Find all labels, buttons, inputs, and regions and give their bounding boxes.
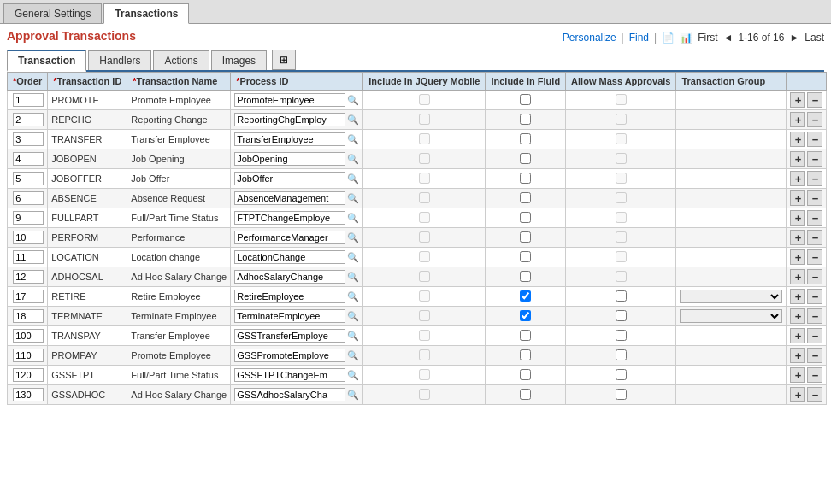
input-procid[interactable] [234, 309, 345, 323]
input-procid[interactable] [234, 231, 345, 244]
input-order[interactable] [13, 172, 44, 185]
search-icon[interactable]: 🔍 [347, 370, 359, 381]
remove-row-button[interactable]: − [807, 249, 822, 265]
search-icon[interactable]: 🔍 [347, 390, 359, 401]
remove-row-button[interactable]: − [807, 308, 822, 324]
input-procid[interactable] [234, 329, 345, 343]
input-procid[interactable] [234, 349, 345, 362]
checkbox-fluid[interactable] [520, 349, 531, 360]
input-order[interactable] [13, 152, 44, 166]
checkbox-mass[interactable] [616, 389, 627, 400]
add-row-button[interactable]: + [790, 190, 805, 206]
input-order[interactable] [13, 250, 44, 264]
input-order[interactable] [13, 309, 44, 323]
remove-row-button[interactable]: − [807, 328, 822, 343]
checkbox-fluid[interactable] [520, 369, 531, 380]
input-procid[interactable] [234, 250, 345, 264]
checkbox-fluid[interactable] [520, 389, 531, 400]
search-icon[interactable]: 🔍 [347, 272, 359, 283]
find-link[interactable]: Find [629, 32, 649, 44]
input-procid[interactable] [234, 172, 345, 185]
checkbox-mass[interactable] [616, 290, 627, 302]
prev-icon[interactable]: ◄ [722, 32, 733, 44]
view-icon[interactable]: 📄 [662, 32, 675, 44]
tab-transactions[interactable]: Transactions [103, 3, 189, 24]
search-icon[interactable]: 🔍 [347, 213, 359, 224]
tab-handlers[interactable]: Handlers [88, 50, 151, 70]
add-row-button[interactable]: + [790, 210, 805, 226]
add-row-button[interactable]: + [790, 151, 805, 167]
input-order[interactable] [13, 231, 44, 244]
remove-row-button[interactable]: − [807, 112, 822, 127]
input-procid[interactable] [234, 270, 345, 284]
checkbox-fluid[interactable] [520, 330, 531, 341]
tab-actions[interactable]: Actions [153, 50, 209, 70]
add-row-button[interactable]: + [790, 171, 805, 186]
input-procid[interactable] [234, 290, 345, 303]
add-row-button[interactable]: + [790, 387, 805, 402]
checkbox-fluid[interactable] [520, 114, 531, 125]
checkbox-fluid[interactable] [520, 94, 531, 105]
input-order[interactable] [13, 132, 44, 146]
input-order[interactable] [13, 191, 44, 205]
checkbox-fluid[interactable] [520, 133, 531, 144]
input-procid[interactable] [234, 368, 345, 382]
checkbox-mass[interactable] [616, 310, 627, 321]
input-order[interactable] [13, 211, 44, 225]
checkbox-fluid[interactable] [520, 231, 531, 243]
add-row-button[interactable]: + [790, 132, 805, 147]
checkbox-fluid[interactable] [520, 212, 531, 223]
tab-icon-grid[interactable]: ⊞ [272, 50, 296, 70]
checkbox-fluid[interactable] [520, 173, 531, 184]
checkbox-mass[interactable] [616, 330, 627, 341]
checkbox-mass[interactable] [616, 369, 627, 380]
remove-row-button[interactable]: − [807, 190, 822, 206]
input-procid[interactable] [234, 388, 345, 401]
input-procid[interactable] [234, 191, 345, 205]
select-group[interactable] [680, 309, 782, 323]
search-icon[interactable]: 🔍 [347, 232, 359, 243]
checkbox-fluid[interactable] [520, 251, 531, 262]
search-icon[interactable]: 🔍 [347, 154, 359, 165]
search-icon[interactable]: 🔍 [347, 291, 359, 302]
last-label[interactable]: Last [804, 32, 824, 44]
remove-row-button[interactable]: − [807, 151, 822, 167]
remove-row-button[interactable]: − [807, 289, 822, 304]
input-order[interactable] [13, 329, 44, 343]
add-row-button[interactable]: + [790, 230, 805, 245]
remove-row-button[interactable]: − [807, 132, 822, 147]
checkbox-fluid[interactable] [520, 310, 531, 321]
add-row-button[interactable]: + [790, 348, 805, 363]
remove-row-button[interactable]: − [807, 269, 822, 284]
input-order[interactable] [13, 113, 44, 126]
input-procid[interactable] [234, 93, 345, 107]
input-order[interactable] [13, 368, 44, 382]
search-icon[interactable]: 🔍 [347, 134, 359, 145]
search-icon[interactable]: 🔍 [347, 311, 359, 322]
remove-row-button[interactable]: − [807, 348, 822, 363]
personalize-link[interactable]: Personalize [563, 32, 616, 44]
checkbox-fluid[interactable] [520, 271, 531, 282]
remove-row-button[interactable]: − [807, 230, 822, 245]
input-order[interactable] [13, 270, 44, 284]
checkbox-fluid[interactable] [520, 192, 531, 203]
input-procid[interactable] [234, 152, 345, 166]
remove-row-button[interactable]: − [807, 387, 822, 402]
input-procid[interactable] [234, 113, 345, 126]
input-procid[interactable] [234, 211, 345, 225]
input-order[interactable] [13, 388, 44, 401]
search-icon[interactable]: 🔍 [347, 193, 359, 204]
grid-icon[interactable]: 📊 [680, 32, 692, 44]
remove-row-button[interactable]: − [807, 171, 822, 186]
first-label[interactable]: First [698, 32, 717, 44]
search-icon[interactable]: 🔍 [347, 173, 359, 185]
add-row-button[interactable]: + [790, 269, 805, 284]
search-icon[interactable]: 🔍 [347, 95, 359, 106]
tab-images[interactable]: Images [211, 50, 267, 70]
add-row-button[interactable]: + [790, 328, 805, 343]
input-order[interactable] [13, 93, 44, 107]
add-row-button[interactable]: + [790, 289, 805, 304]
search-icon[interactable]: 🔍 [347, 252, 359, 263]
input-order[interactable] [13, 290, 44, 303]
checkbox-fluid[interactable] [520, 153, 531, 164]
